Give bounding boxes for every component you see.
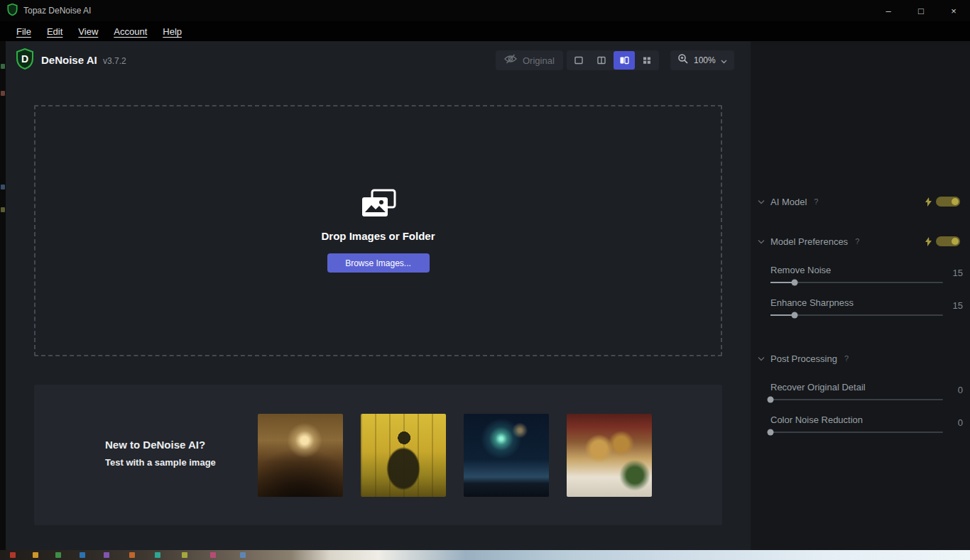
enhance-sharpness-slider: Enhance Sharpness 15 [770, 297, 943, 316]
image-stack-icon [359, 189, 398, 221]
main-area: D DeNoise AI v3.7.2 Original [6, 41, 751, 550]
slider-value: 15 [953, 268, 963, 278]
sample-images-panel: New to DeNoise AI? Test with a sample im… [34, 385, 722, 525]
dropzone-title: Drop Images or Folder [321, 230, 435, 242]
slider-track[interactable] [770, 432, 943, 433]
section-ai-model[interactable]: AI Model ? [751, 193, 970, 210]
view-quad-button[interactable] [636, 51, 658, 70]
view-side-by-side-button[interactable] [614, 51, 635, 70]
minimize-button[interactable]: – [872, 0, 905, 21]
samples-subheading: Test with a sample image [105, 457, 216, 468]
menu-account[interactable]: Account [107, 25, 153, 38]
slider-track[interactable] [770, 282, 943, 283]
sample-thumbnail-stained-glass[interactable] [361, 414, 446, 497]
svg-text:D: D [21, 53, 28, 65]
close-button[interactable]: × [937, 0, 970, 21]
slider-track[interactable] [770, 399, 943, 400]
slider-label: Enhance Sharpness [770, 297, 854, 308]
desktop-edge-bottom [0, 550, 970, 560]
sample-thumbnail-hanging-baskets[interactable] [567, 414, 652, 497]
app-version: v3.7.2 [103, 56, 126, 66]
section-label: Model Preferences [770, 236, 848, 247]
original-label: Original [523, 55, 555, 66]
slider-thumb[interactable] [792, 280, 798, 286]
section-label: AI Model [770, 197, 807, 207]
slider-value: 0 [958, 385, 963, 395]
menu-file[interactable]: File [10, 25, 38, 38]
chevron-down-icon [721, 54, 727, 67]
section-post-processing[interactable]: Post Processing ? [751, 350, 970, 367]
auto-bolt-icon [925, 237, 932, 246]
menubar: File Edit View Account Help [0, 21, 970, 41]
chevron-down-icon [758, 239, 765, 244]
recover-original-detail-slider: Recover Original Detail 0 [770, 382, 943, 400]
desktop-edge-left [0, 41, 6, 550]
remove-noise-slider: Remove Noise 15 [770, 265, 943, 283]
samples-heading: New to DeNoise AI? [105, 439, 216, 451]
denoise-logo-icon: D [16, 48, 34, 72]
slider-thumb[interactable] [792, 312, 798, 319]
slider-track[interactable] [770, 314, 943, 316]
menu-view[interactable]: View [72, 25, 104, 38]
window-controls: – □ × [872, 0, 970, 21]
help-icon[interactable]: ? [844, 354, 849, 363]
titlebar-left: Topaz DeNoise AI [0, 4, 91, 18]
slider-value: 0 [958, 417, 963, 428]
zoom-in-icon [677, 53, 689, 67]
samples-text: New to DeNoise AI? Test with a sample im… [105, 439, 216, 468]
menu-edit[interactable]: Edit [40, 25, 69, 38]
view-mode-group [567, 50, 659, 70]
slider-thumb[interactable] [768, 429, 774, 436]
app-shield-icon [7, 4, 18, 18]
view-split-button[interactable] [591, 51, 612, 70]
ai-model-auto-toggle[interactable] [936, 197, 960, 207]
slider-thumb[interactable] [768, 397, 774, 403]
window-title: Topaz DeNoise AI [23, 6, 91, 16]
drop-zone[interactable]: Drop Images or Folder Browse Images... [34, 105, 722, 356]
sample-thumbnail-wooden-interior[interactable] [258, 414, 343, 497]
app-name: DeNoise AI [41, 54, 97, 66]
section-label: Post Processing [770, 353, 837, 364]
zoom-control[interactable]: 100% [670, 50, 734, 70]
settings-panel: AI Model ? Model Preferences ? Remove No… [751, 41, 970, 550]
slider-label: Remove Noise [770, 265, 831, 275]
section-model-preferences[interactable]: Model Preferences ? [751, 233, 970, 250]
maximize-button[interactable]: □ [905, 0, 937, 21]
help-icon[interactable]: ? [814, 197, 818, 206]
view-single-button[interactable] [568, 51, 589, 70]
titlebar: Topaz DeNoise AI – □ × [0, 0, 970, 21]
screen: Topaz DeNoise AI – □ × File Edit View Ac… [0, 0, 970, 560]
slider-value: 15 [953, 300, 963, 311]
slider-label: Recover Original Detail [770, 382, 866, 392]
browse-images-button[interactable]: Browse Images... [327, 253, 430, 273]
original-preview-toggle[interactable]: Original [496, 50, 563, 70]
sample-thumbnail-fireworks[interactable] [464, 414, 549, 497]
app-header: D DeNoise AI v3.7.2 [16, 48, 126, 72]
zoom-value: 100% [694, 55, 716, 65]
model-preferences-auto-toggle[interactable] [936, 236, 960, 246]
menu-help[interactable]: Help [156, 25, 188, 38]
chevron-down-icon [758, 356, 765, 361]
chevron-down-icon [758, 199, 765, 204]
help-icon[interactable]: ? [855, 237, 859, 246]
eye-off-icon [504, 54, 517, 67]
auto-bolt-icon [925, 197, 932, 207]
slider-label: Color Noise Reduction [770, 414, 863, 425]
color-noise-reduction-slider: Color Noise Reduction 0 [770, 414, 943, 433]
